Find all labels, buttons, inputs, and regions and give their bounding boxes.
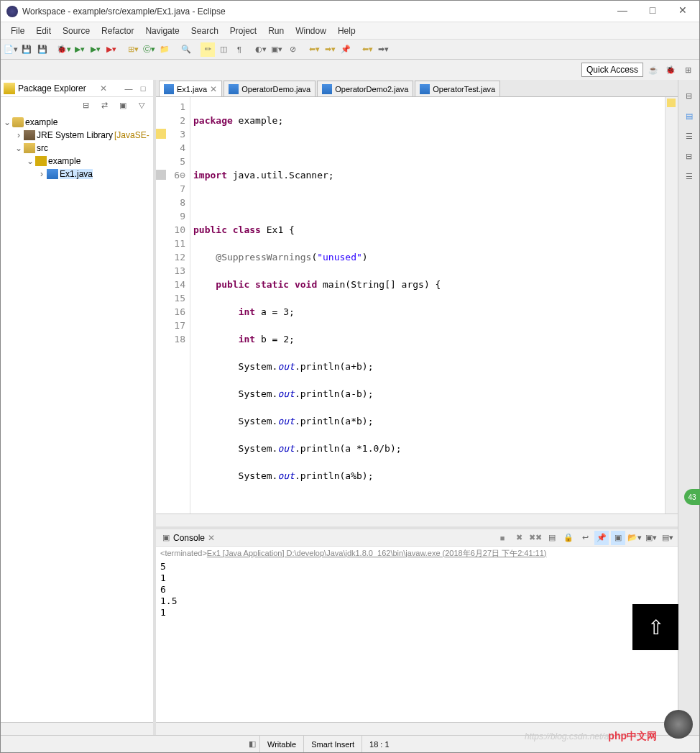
show-console-icon[interactable]: ▣ (611, 531, 625, 545)
source-folder-icon (24, 143, 35, 153)
tab-label: OperatorTest.java (433, 85, 495, 93)
pin-console-icon[interactable]: 📌 (594, 531, 609, 545)
search-icon[interactable]: 🔍 (179, 42, 193, 57)
tree-project[interactable]: ⌄ example (1, 116, 153, 129)
tree-src[interactable]: ⌄ src (1, 142, 153, 155)
collapse-all-icon[interactable]: ⊟ (78, 98, 93, 112)
remove-launch-icon[interactable]: ✖ (512, 531, 526, 545)
minimize-view-icon[interactable]: ― (121, 81, 136, 96)
console-output[interactable]: 5 1 6 1.5 1 (156, 560, 678, 722)
twisty-closed-icon[interactable]: › (37, 169, 47, 179)
twisty-open-icon[interactable]: ⌄ (25, 156, 35, 166)
maximize-view-icon[interactable]: □ (136, 81, 150, 96)
open-type-icon[interactable]: 📁 (157, 42, 172, 57)
perspective-open-icon[interactable]: ⊞ (681, 63, 695, 77)
skip-breakpoints-icon[interactable]: ⊘ (285, 42, 300, 57)
editor-scrollbar[interactable] (156, 514, 678, 526)
nav-forward-icon[interactable]: ➡▾ (376, 42, 390, 57)
tab-ex1[interactable]: Ex1.java ✕ (159, 81, 222, 96)
save-icon[interactable]: 💾 (19, 42, 34, 57)
pin-icon[interactable]: 📌 (339, 42, 353, 57)
new-package-icon[interactable]: ⊞▾ (126, 42, 140, 57)
tree-package[interactable]: ⌄ example (1, 155, 153, 168)
toggle-mark-icon[interactable]: ✏ (201, 42, 215, 57)
menu-file[interactable]: File (5, 24, 30, 37)
show-whitespace-icon[interactable]: ¶ (232, 42, 247, 57)
right-trim: ⊟ ▤ ☰ ⊟ ☰ (678, 80, 699, 735)
back-icon[interactable]: ⬅▾ (307, 42, 321, 57)
maximize-button[interactable]: □ (642, 4, 663, 19)
terminate-icon[interactable]: ■ (495, 531, 510, 545)
open-console-icon[interactable]: 📂▾ (627, 531, 642, 545)
twisty-open-icon[interactable]: ⌄ (14, 143, 24, 153)
close-button[interactable]: ✕ (672, 4, 694, 19)
restore-icon[interactable]: ⊟ (682, 88, 696, 103)
remove-all-icon[interactable]: ✖✖ (528, 531, 543, 545)
scroll-lock-icon[interactable]: 🔒 (561, 531, 576, 545)
avatar[interactable] (664, 710, 693, 739)
link-editor-icon[interactable]: ⇄ (97, 98, 111, 112)
outline2-icon[interactable]: ☰ (682, 169, 696, 183)
tree-jre[interactable]: › JRE System Library [JavaSE- (1, 129, 153, 142)
fold-marker-icon[interactable] (156, 170, 166, 180)
outline-icon[interactable]: ▤ (682, 109, 696, 123)
sidebar-close-icon[interactable]: ✕ (100, 83, 107, 93)
close-tab-icon[interactable]: ✕ (210, 84, 217, 94)
display-console-icon[interactable]: ▣▾ (644, 531, 658, 545)
code-editor[interactable]: 1 2 3 4 5 6⊖ 7 8 9 10 11 12 13 14 15 16 … (156, 97, 678, 514)
tab-operatordemo2[interactable]: OperatorDemo2.java (317, 81, 413, 96)
menu-edit[interactable]: Edit (30, 24, 57, 37)
php-logo: php中文网 (608, 730, 657, 743)
run-icon[interactable]: ▶▾ (73, 42, 87, 57)
annotation-icon[interactable]: ◐▾ (254, 42, 268, 57)
menu-refactor[interactable]: Refactor (96, 24, 139, 37)
overview-ruler[interactable] (665, 97, 678, 514)
new-icon[interactable]: 📄▾ (4, 42, 18, 57)
forward-icon[interactable]: ➡▾ (323, 42, 337, 57)
status-icon[interactable]: ◧ (245, 737, 259, 752)
save-all-icon[interactable]: 💾 (35, 42, 50, 57)
sidebar-toolbar: ⊟ ⇄ ▣ ▽ (1, 97, 153, 113)
warning-marker-icon[interactable] (156, 129, 166, 139)
window-title: Workspace - example/src/example/Ex1.java… (22, 6, 612, 17)
menu-navigate[interactable]: Navigate (139, 24, 185, 37)
menu-project[interactable]: Project (224, 24, 262, 37)
tab-operatortest[interactable]: OperatorTest.java (415, 81, 500, 96)
twisty-closed-icon[interactable]: › (14, 130, 24, 140)
tree-file[interactable]: › Ex1.java (1, 168, 153, 181)
debug-icon[interactable]: 🐞▾ (57, 42, 71, 57)
minimize-button[interactable]: ― (612, 4, 633, 19)
perspective-java-icon[interactable]: ☕ (646, 63, 660, 77)
view-menu-icon[interactable]: ▽ (134, 98, 149, 112)
toggle-block-icon[interactable]: ◫ (216, 42, 231, 57)
editor-tabs: Ex1.java ✕ OperatorDemo.java OperatorDem… (156, 80, 678, 97)
menu-help[interactable]: Help (332, 24, 361, 37)
code-content[interactable]: package example; import java.util.Scanne… (190, 97, 665, 514)
sidebar-scrollbar[interactable] (1, 722, 153, 735)
run-last-icon[interactable]: ▶▾ (104, 42, 119, 57)
restore2-icon[interactable]: ⊟ (682, 149, 696, 163)
warning-indicator-icon[interactable] (667, 99, 676, 107)
tree-label: example (25, 117, 57, 127)
new-class-icon[interactable]: Ⓒ▾ (142, 42, 156, 57)
menu-run[interactable]: Run (262, 24, 290, 37)
menu-search[interactable]: Search (185, 24, 224, 37)
menu-source[interactable]: Source (57, 24, 96, 37)
menu-window[interactable]: Window (290, 24, 332, 37)
coverage-icon[interactable]: ▶▾ (88, 42, 103, 57)
watermark: https://blog.csdn.net/an (525, 731, 614, 741)
focus-task-icon[interactable]: ▣ (116, 98, 130, 112)
perspective-debug-icon[interactable]: 🐞 (663, 63, 678, 77)
next-annotation-icon[interactable]: ▣▾ (270, 42, 284, 57)
tab-operatordemo[interactable]: OperatorDemo.java (224, 81, 316, 96)
floating-badge[interactable]: 43 (684, 489, 700, 505)
close-console-icon[interactable]: ✕ (208, 533, 215, 543)
nav-back-icon[interactable]: ⬅▾ (360, 42, 374, 57)
scroll-top-button[interactable]: ⇧ (632, 604, 678, 650)
new-console-icon[interactable]: ▤▾ (660, 531, 675, 545)
quick-access[interactable]: Quick Access (581, 63, 643, 77)
twisty-open-icon[interactable]: ⌄ (2, 117, 12, 127)
word-wrap-icon[interactable]: ↩ (578, 531, 592, 545)
clear-console-icon[interactable]: ▤ (545, 531, 559, 545)
task-list-icon[interactable]: ☰ (682, 129, 696, 143)
